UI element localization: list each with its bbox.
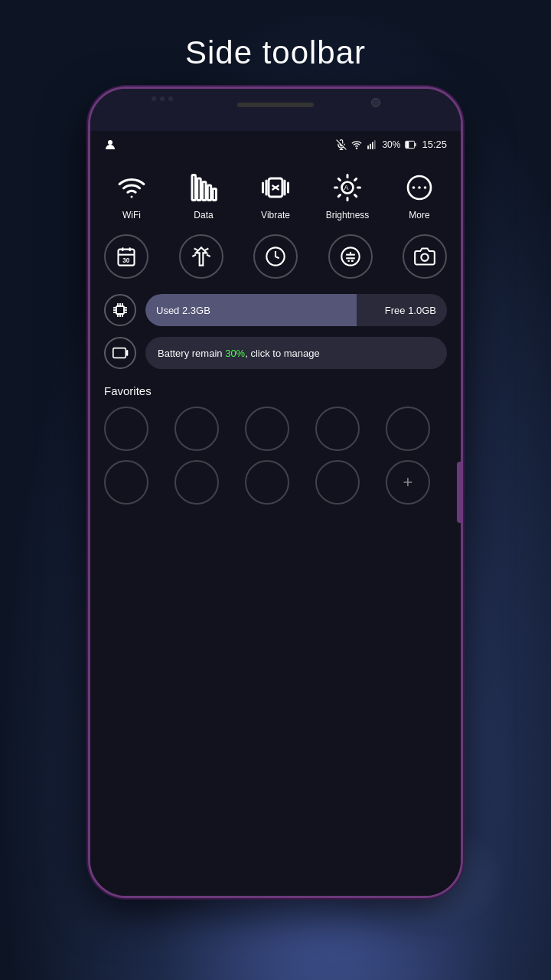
phone-top-bar <box>90 89 461 131</box>
favorite-item-7[interactable] <box>174 460 219 505</box>
memory-section[interactable]: Used 2.3GB Free 1.0GB <box>104 294 447 326</box>
camera-tool[interactable] <box>403 234 447 279</box>
calendar-tool-icon: 30 <box>116 246 137 267</box>
time-display: 15:25 <box>422 139 447 150</box>
memory-used-text: Used 2.3GB <box>156 305 210 316</box>
sensor-dot-2 <box>160 96 165 101</box>
battery-suffix: , click to manage <box>245 348 320 359</box>
favorite-item-3[interactable] <box>245 407 289 451</box>
calculator-tool-icon <box>340 246 361 267</box>
flashlight-tool[interactable] <box>179 234 223 279</box>
more-label: More <box>409 210 429 220</box>
svg-rect-59 <box>116 306 124 314</box>
page-title: Side toolbar <box>185 34 366 71</box>
svg-point-38 <box>418 186 421 189</box>
battery-prefix: Battery remain <box>158 348 225 359</box>
calculator-tool[interactable] <box>328 234 373 279</box>
status-left <box>104 139 116 151</box>
battery-icon-circle <box>104 337 136 369</box>
brightness-toggle[interactable]: A Brightness <box>320 169 375 220</box>
battery-text: Battery remain 30%, click to manage <box>158 348 320 359</box>
favorite-item-8[interactable] <box>245 460 289 505</box>
svg-point-58 <box>421 254 428 261</box>
status-right: 30% 15:25 <box>336 139 447 150</box>
vibrate-toggle[interactable]: Vibrate <box>248 169 303 220</box>
front-sensors <box>152 96 173 101</box>
data-toggle[interactable]: Data <box>176 169 231 220</box>
svg-line-29 <box>338 178 340 180</box>
battery-section[interactable]: Battery remain 30%, click to manage <box>104 337 447 369</box>
wifi-toggle[interactable]: WiFi <box>104 169 159 220</box>
svg-line-47 <box>204 249 208 250</box>
svg-point-37 <box>412 186 416 189</box>
favorite-item-5[interactable] <box>386 407 430 451</box>
svg-line-30 <box>355 195 357 197</box>
more-toggle-icon <box>401 169 438 206</box>
calendar-tool[interactable]: 30 <box>104 234 148 279</box>
battery-icon <box>112 345 129 361</box>
clock-tool[interactable] <box>253 234 298 279</box>
svg-line-46 <box>194 249 197 250</box>
sensor-dot-1 <box>152 96 156 101</box>
quick-tools-row: 30 <box>104 234 447 279</box>
wifi-status-icon <box>351 139 362 150</box>
svg-rect-14 <box>197 178 201 201</box>
camera-tool-icon <box>414 246 435 267</box>
svg-point-12 <box>131 196 133 198</box>
svg-point-0 <box>108 140 112 145</box>
flashlight-tool-icon <box>191 246 212 267</box>
svg-point-51 <box>341 247 359 265</box>
data-toggle-icon <box>185 169 222 206</box>
battery-percent-text: 30% <box>382 139 400 150</box>
add-favorite-button[interactable]: + <box>386 460 430 505</box>
memory-free-bar: Free 1.0GB <box>357 305 447 316</box>
phone-camera <box>371 98 380 107</box>
favorite-item-6[interactable] <box>104 460 148 505</box>
favorite-item-9[interactable] <box>315 460 360 505</box>
clock-tool-icon <box>265 246 286 267</box>
person-icon <box>104 139 116 151</box>
svg-rect-6 <box>370 143 372 149</box>
phone-speaker <box>237 103 314 107</box>
svg-rect-13 <box>192 175 196 201</box>
vibrate-toggle-icon <box>257 169 294 206</box>
favorite-item-4[interactable] <box>315 407 360 451</box>
favorites-section: Favorites + <box>104 384 447 505</box>
svg-rect-8 <box>374 140 376 149</box>
signal-icon <box>367 139 377 150</box>
svg-rect-7 <box>372 142 373 149</box>
svg-point-39 <box>424 186 427 189</box>
svg-rect-72 <box>113 348 126 358</box>
svg-line-34 <box>355 178 357 180</box>
memory-free-text: Free 1.0GB <box>385 305 436 316</box>
svg-rect-15 <box>203 182 207 201</box>
sensor-dot-3 <box>168 96 173 101</box>
svg-rect-5 <box>368 145 370 149</box>
battery-bar[interactable]: Battery remain 30%, click to manage <box>145 337 447 369</box>
svg-rect-10 <box>406 142 409 148</box>
svg-rect-17 <box>213 189 217 201</box>
data-label: Data <box>194 210 213 220</box>
side-handle[interactable] <box>457 462 463 523</box>
more-toggle[interactable]: More <box>392 169 447 220</box>
vibrate-label: Vibrate <box>261 210 290 220</box>
favorite-item-2[interactable] <box>174 407 219 451</box>
wifi-toggle-icon <box>113 169 150 206</box>
svg-line-48 <box>192 255 196 256</box>
chip-icon <box>111 301 129 319</box>
battery-percent: 30% <box>225 348 245 359</box>
status-bar: 30% 15:25 <box>90 131 461 158</box>
wifi-label: WiFi <box>122 210 141 220</box>
phone-content: WiFi Data <box>90 158 461 896</box>
brightness-toggle-icon: A <box>329 169 366 206</box>
brightness-label: Brightness <box>326 210 370 220</box>
quick-toggles-row: WiFi Data <box>104 169 447 220</box>
svg-text:A: A <box>344 184 349 191</box>
svg-text:30: 30 <box>122 257 130 264</box>
memory-bar: Used 2.3GB Free 1.0GB <box>145 294 447 326</box>
svg-line-49 <box>207 255 210 256</box>
phone-frame: 30% 15:25 Wi <box>88 87 463 898</box>
memory-icon-circle <box>104 294 136 326</box>
favorite-item-1[interactable] <box>104 407 148 451</box>
mute-icon <box>336 139 347 150</box>
